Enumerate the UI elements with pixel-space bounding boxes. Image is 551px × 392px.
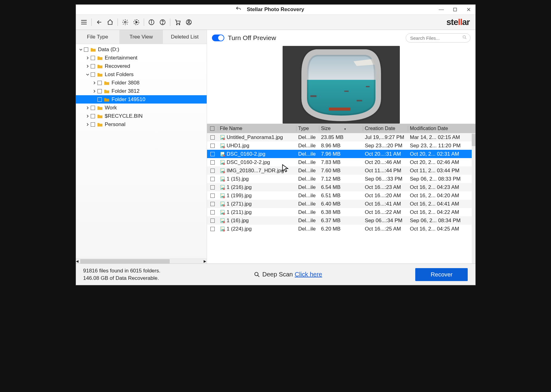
tree-checkbox[interactable] <box>91 72 95 77</box>
svg-point-65 <box>255 272 258 276</box>
chevron-right-icon[interactable] <box>92 89 97 94</box>
cell-modification-date: Oct 16, 2... 04:22 AM <box>408 209 467 215</box>
svg-rect-28 <box>366 86 370 87</box>
grid-header[interactable]: File Name Type Size ▾ Creation Date Modi… <box>207 124 475 133</box>
search-input[interactable] <box>410 35 459 41</box>
tree-checkbox[interactable] <box>97 97 102 102</box>
chevron-right-icon[interactable] <box>85 122 90 127</box>
chevron-down-icon[interactable] <box>78 47 83 52</box>
tree-checkbox[interactable] <box>91 56 95 60</box>
table-row[interactable]: DSC_0160-2-2.jpgDel...ile7.83 MBOct 20..… <box>207 158 475 166</box>
tree-checkbox[interactable] <box>91 64 95 68</box>
back-arrow-icon[interactable] <box>93 17 105 28</box>
chevron-right-icon[interactable] <box>85 105 90 110</box>
col-file-name[interactable]: File Name <box>218 126 296 131</box>
tree-node[interactable]: Lost Folders <box>76 70 207 79</box>
preview-pane <box>207 46 475 124</box>
cell-creation-date: Oct 16...:41 AM <box>363 201 408 207</box>
chevron-right-icon[interactable] <box>85 64 90 69</box>
row-checkbox[interactable] <box>210 210 215 214</box>
table-row[interactable]: 1 (15).jpgDel...ile7.12 MBSep 06...:33 P… <box>207 175 475 183</box>
chevron-down-icon[interactable] <box>85 72 90 77</box>
tree-label: Recovered <box>105 63 130 69</box>
tree-checkbox[interactable] <box>97 89 102 93</box>
maximize-button[interactable] <box>448 5 462 14</box>
tree-node[interactable]: Folder 3812 <box>76 87 207 95</box>
row-checkbox[interactable] <box>210 160 215 165</box>
row-checkbox[interactable] <box>210 194 215 198</box>
main-panel: Turn Off Preview <box>207 30 475 263</box>
tree-node[interactable]: Folder 3808 <box>76 79 207 87</box>
row-checkbox[interactable] <box>210 135 215 140</box>
tab-tree-view[interactable]: Tree View <box>119 30 163 44</box>
table-row[interactable]: 1 (211).jpgDel...ile6.38 MBOct 16...:22 … <box>207 208 475 216</box>
menu-icon[interactable] <box>78 17 89 28</box>
tab-deleted-list[interactable]: Deleted List <box>163 30 206 44</box>
col-size[interactable]: Size ▾ <box>319 126 363 131</box>
row-checkbox[interactable] <box>210 169 215 173</box>
chevron-right-icon[interactable] <box>85 55 90 60</box>
row-checkbox[interactable] <box>210 177 215 181</box>
file-icon <box>220 143 226 149</box>
table-row[interactable]: 1 (199).jpgDel...ile6.51 MBOct 16...:20 … <box>207 191 475 200</box>
chevron-right-icon[interactable] <box>92 80 97 85</box>
chevron-right-icon[interactable] <box>85 114 90 119</box>
col-type[interactable]: Type <box>296 126 319 131</box>
tree-node[interactable]: Data (D:) <box>76 45 207 54</box>
table-row[interactable]: IMG_20180...7_HDR.jpgDel...ile7.60 MBOct… <box>207 166 475 175</box>
file-icon <box>220 210 226 215</box>
col-modification-date[interactable]: Modification Date <box>408 126 467 131</box>
search-box[interactable] <box>406 33 470 43</box>
row-checkbox[interactable] <box>210 152 215 156</box>
user-icon[interactable] <box>183 17 194 28</box>
recover-button[interactable]: Recover <box>415 268 468 281</box>
table-row[interactable]: Untitled_Panorama1.jpgDel...ile23.85 MBJ… <box>207 133 475 141</box>
tree-node[interactable]: Work <box>76 104 207 112</box>
row-checkbox[interactable] <box>210 202 215 206</box>
tab-file-type[interactable]: File Type <box>76 30 119 44</box>
tree-scrollbar[interactable]: ◂ ▸ <box>76 259 207 263</box>
table-row[interactable]: 1 (224).jpgDel...ile6.20 MBOct 16...:25 … <box>207 225 475 233</box>
cart-icon[interactable] <box>172 17 183 28</box>
info-icon[interactable] <box>146 17 157 28</box>
row-checkbox[interactable] <box>210 185 215 190</box>
deep-scan-link[interactable]: Click here <box>295 271 322 278</box>
home-icon[interactable] <box>105 17 116 28</box>
minimize-button[interactable]: — <box>435 5 448 14</box>
gear-icon[interactable] <box>120 17 131 28</box>
tree-node[interactable]: Recovered <box>76 62 207 70</box>
tree-node[interactable]: Folder 149510 <box>76 95 207 104</box>
tree-node[interactable]: Entertainment <box>76 54 207 62</box>
help-icon[interactable] <box>157 17 168 28</box>
file-icon <box>220 193 226 198</box>
tree-node[interactable]: Personal <box>76 120 207 129</box>
close-button[interactable]: ✕ <box>462 5 475 14</box>
table-row[interactable]: DSC_0160-2.jpgDel...ile7.96 MBOct 20...:… <box>207 150 475 158</box>
folder-icon <box>97 105 103 110</box>
svg-point-17 <box>463 35 465 38</box>
row-checkbox[interactable] <box>210 144 215 148</box>
tree-checkbox[interactable] <box>91 122 95 127</box>
select-all-checkbox[interactable] <box>210 126 214 131</box>
file-icon <box>220 160 226 165</box>
row-checkbox[interactable] <box>210 218 215 223</box>
col-creation-date[interactable]: Creation Date <box>363 126 408 131</box>
chevron-none-icon[interactable] <box>92 97 97 102</box>
undo-icon[interactable] <box>235 6 242 14</box>
tree-node[interactable]: $RECYCLE.BIN <box>76 112 207 120</box>
tree-checkbox[interactable] <box>91 114 95 118</box>
table-row[interactable]: 1 (216).jpgDel...ile6.54 MBOct 16...:23 … <box>207 183 475 191</box>
tree-checkbox[interactable] <box>97 81 102 85</box>
preview-toggle[interactable] <box>212 35 224 41</box>
row-checkbox[interactable] <box>210 227 215 231</box>
folder-tree[interactable]: Data (D:)EntertainmentRecoveredLost Fold… <box>76 44 207 259</box>
grid-body[interactable]: Untitled_Panorama1.jpgDel...ile23.85 MBJ… <box>207 133 475 263</box>
table-row[interactable]: 1 (16).jpgDel...ile6.37 MBSep 06...:34 P… <box>207 216 475 225</box>
resume-icon[interactable] <box>131 17 142 28</box>
table-row[interactable]: 1 (271).jpgDel...ile6.40 MBOct 16...:41 … <box>207 200 475 208</box>
tree-checkbox[interactable] <box>91 106 95 110</box>
table-row[interactable]: UHD1.jpgDel...ile8.96 MBSep 23...:20 PMS… <box>207 141 475 150</box>
grid-scrollbar[interactable] <box>472 133 475 263</box>
tree-checkbox[interactable] <box>84 47 88 52</box>
svg-rect-27 <box>344 91 349 92</box>
